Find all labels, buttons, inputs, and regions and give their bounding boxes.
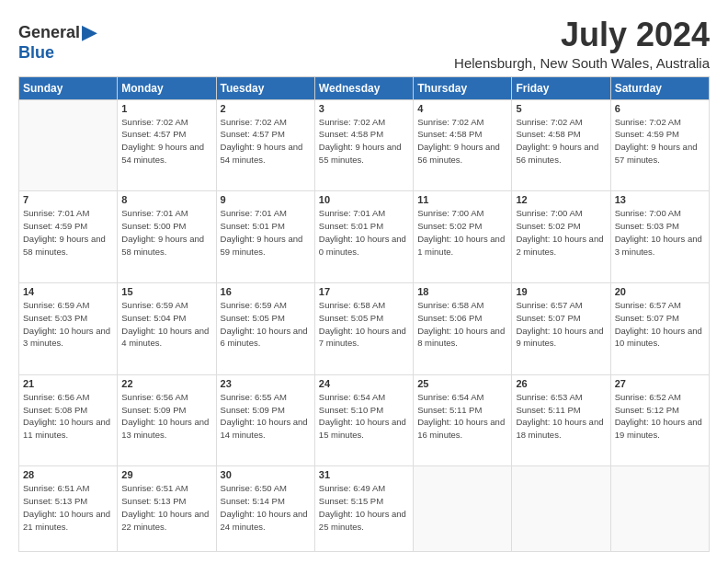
day-info: Sunrise: 7:01 AMSunset: 4:59 PMDaylight:… [23, 207, 113, 258]
day-info: Sunrise: 6:51 AMSunset: 5:13 PMDaylight:… [121, 482, 211, 533]
table-row: 3Sunrise: 7:02 AMSunset: 4:58 PMDaylight… [314, 99, 413, 191]
day-info: Sunrise: 7:02 AMSunset: 4:57 PMDaylight:… [221, 116, 311, 167]
day-number: 16 [221, 286, 311, 297]
day-info: Sunrise: 6:58 AMSunset: 5:06 PMDaylight:… [417, 299, 507, 350]
day-number: 20 [615, 286, 705, 297]
table-row: 10Sunrise: 7:01 AMSunset: 5:01 PMDayligh… [314, 191, 413, 283]
day-number: 29 [121, 469, 211, 480]
day-info: Sunrise: 6:58 AMSunset: 5:05 PMDaylight:… [319, 299, 409, 350]
day-info: Sunrise: 6:57 AMSunset: 5:07 PMDaylight:… [516, 299, 606, 350]
day-info: Sunrise: 6:54 AMSunset: 5:11 PMDaylight:… [417, 391, 507, 442]
day-number: 17 [319, 286, 409, 297]
table-row: 2Sunrise: 7:02 AMSunset: 4:57 PMDaylight… [216, 99, 314, 191]
table-row: 4Sunrise: 7:02 AMSunset: 4:58 PMDaylight… [414, 99, 512, 191]
table-row: 31Sunrise: 6:49 AMSunset: 5:15 PMDayligh… [314, 466, 413, 552]
col-thursday: Thursday [414, 76, 512, 99]
table-row: 17Sunrise: 6:58 AMSunset: 5:05 PMDayligh… [314, 283, 413, 375]
day-number: 22 [121, 378, 211, 389]
day-info: Sunrise: 7:00 AMSunset: 5:02 PMDaylight:… [516, 207, 606, 258]
day-number: 18 [417, 286, 507, 297]
day-info: Sunrise: 7:01 AMSunset: 5:00 PMDaylight:… [121, 207, 211, 258]
table-row: 23Sunrise: 6:55 AMSunset: 5:09 PMDayligh… [216, 374, 314, 466]
day-info: Sunrise: 7:02 AMSunset: 4:58 PMDaylight:… [319, 116, 409, 167]
day-info: Sunrise: 6:53 AMSunset: 5:11 PMDaylight:… [516, 391, 606, 442]
day-info: Sunrise: 6:50 AMSunset: 5:14 PMDaylight:… [221, 482, 311, 533]
table-row: 21Sunrise: 6:56 AMSunset: 5:08 PMDayligh… [19, 374, 118, 466]
day-info: Sunrise: 7:00 AMSunset: 5:02 PMDaylight:… [417, 207, 507, 258]
table-row [19, 99, 118, 191]
col-sunday: Sunday [19, 76, 118, 99]
table-row [414, 466, 512, 552]
day-info: Sunrise: 6:51 AMSunset: 5:13 PMDaylight:… [23, 482, 113, 533]
day-number: 21 [23, 378, 113, 389]
table-row: 14Sunrise: 6:59 AMSunset: 5:03 PMDayligh… [19, 283, 118, 375]
day-info: Sunrise: 6:59 AMSunset: 5:05 PMDaylight:… [221, 299, 311, 350]
calendar-week-row: 7Sunrise: 7:01 AMSunset: 4:59 PMDaylight… [19, 191, 710, 283]
table-row [610, 466, 709, 552]
day-number: 14 [23, 286, 113, 297]
table-row: 25Sunrise: 6:54 AMSunset: 5:11 PMDayligh… [414, 374, 512, 466]
table-row: 7Sunrise: 7:01 AMSunset: 4:59 PMDaylight… [19, 191, 118, 283]
logo: General ▶ Blue [18, 17, 97, 61]
day-number: 2 [221, 103, 311, 114]
table-row: 16Sunrise: 6:59 AMSunset: 5:05 PMDayligh… [216, 283, 314, 375]
day-info: Sunrise: 6:56 AMSunset: 5:09 PMDaylight:… [121, 391, 211, 442]
day-number: 27 [615, 378, 705, 389]
day-info: Sunrise: 7:02 AMSunset: 4:58 PMDaylight:… [516, 116, 606, 167]
day-number: 23 [221, 378, 311, 389]
day-info: Sunrise: 7:01 AMSunset: 5:01 PMDaylight:… [319, 207, 409, 258]
day-number: 3 [319, 103, 409, 114]
logo-blue: Blue [18, 44, 54, 61]
table-row: 11Sunrise: 7:00 AMSunset: 5:02 PMDayligh… [414, 191, 512, 283]
day-number: 10 [319, 194, 409, 205]
calendar-week-row: 14Sunrise: 6:59 AMSunset: 5:03 PMDayligh… [19, 283, 710, 375]
day-number: 31 [319, 469, 409, 480]
day-info: Sunrise: 6:52 AMSunset: 5:12 PMDaylight:… [615, 391, 705, 442]
location: Helensburgh, New South Wales, Australia [454, 55, 710, 71]
table-row: 6Sunrise: 7:02 AMSunset: 4:59 PMDaylight… [610, 99, 709, 191]
day-info: Sunrise: 7:00 AMSunset: 5:03 PMDaylight:… [615, 207, 705, 258]
day-number: 13 [615, 194, 705, 205]
table-row: 20Sunrise: 6:57 AMSunset: 5:07 PMDayligh… [610, 283, 709, 375]
day-info: Sunrise: 6:57 AMSunset: 5:07 PMDaylight:… [615, 299, 705, 350]
page: General ▶ Blue July 2024 Helensburgh, Ne… [0, 0, 728, 563]
col-friday: Friday [512, 76, 610, 99]
calendar-week-row: 1Sunrise: 7:02 AMSunset: 4:57 PMDaylight… [19, 99, 710, 191]
table-row: 8Sunrise: 7:01 AMSunset: 5:00 PMDaylight… [118, 191, 216, 283]
day-number: 11 [417, 194, 507, 205]
day-info: Sunrise: 7:02 AMSunset: 4:57 PMDaylight:… [121, 116, 211, 167]
logo-general: General [18, 24, 80, 40]
table-row: 30Sunrise: 6:50 AMSunset: 5:14 PMDayligh… [216, 466, 314, 552]
day-number: 6 [615, 103, 705, 114]
day-info: Sunrise: 7:02 AMSunset: 4:59 PMDaylight:… [615, 116, 705, 167]
table-row: 13Sunrise: 7:00 AMSunset: 5:03 PMDayligh… [610, 191, 709, 283]
day-number: 5 [516, 103, 606, 114]
calendar-week-row: 21Sunrise: 6:56 AMSunset: 5:08 PMDayligh… [19, 374, 710, 466]
day-number: 30 [221, 469, 311, 480]
table-row: 29Sunrise: 6:51 AMSunset: 5:13 PMDayligh… [118, 466, 216, 552]
table-row: 28Sunrise: 6:51 AMSunset: 5:13 PMDayligh… [19, 466, 118, 552]
table-row: 1Sunrise: 7:02 AMSunset: 4:57 PMDaylight… [118, 99, 216, 191]
table-row [512, 466, 610, 552]
day-number: 9 [221, 194, 311, 205]
header-row: Sunday Monday Tuesday Wednesday Thursday… [19, 76, 710, 99]
day-number: 15 [121, 286, 211, 297]
logo-bird-icon: ▶ [82, 20, 97, 44]
col-tuesday: Tuesday [216, 76, 314, 99]
day-number: 4 [417, 103, 507, 114]
day-info: Sunrise: 6:54 AMSunset: 5:10 PMDaylight:… [319, 391, 409, 442]
day-number: 12 [516, 194, 606, 205]
day-number: 7 [23, 194, 113, 205]
table-row: 9Sunrise: 7:01 AMSunset: 5:01 PMDaylight… [216, 191, 314, 283]
day-info: Sunrise: 7:02 AMSunset: 4:58 PMDaylight:… [417, 116, 507, 167]
day-info: Sunrise: 6:59 AMSunset: 5:03 PMDaylight:… [23, 299, 113, 350]
day-info: Sunrise: 6:55 AMSunset: 5:09 PMDaylight:… [221, 391, 311, 442]
calendar-week-row: 28Sunrise: 6:51 AMSunset: 5:13 PMDayligh… [19, 466, 710, 552]
col-wednesday: Wednesday [314, 76, 413, 99]
table-row: 18Sunrise: 6:58 AMSunset: 5:06 PMDayligh… [414, 283, 512, 375]
day-number: 19 [516, 286, 606, 297]
title-block: July 2024 Helensburgh, New South Wales, … [454, 17, 710, 71]
table-row: 19Sunrise: 6:57 AMSunset: 5:07 PMDayligh… [512, 283, 610, 375]
table-row: 5Sunrise: 7:02 AMSunset: 4:58 PMDaylight… [512, 99, 610, 191]
day-number: 8 [121, 194, 211, 205]
